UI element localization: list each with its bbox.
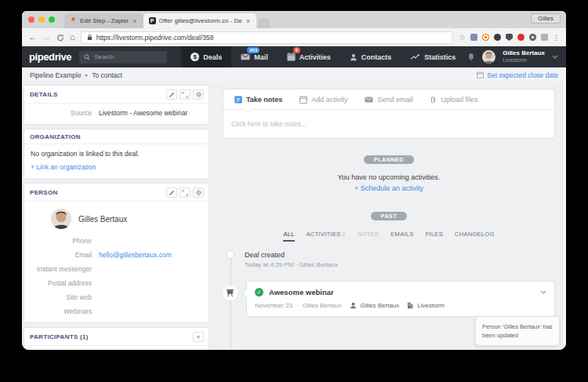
edit-button[interactable] xyxy=(166,187,177,198)
pipedrive-logo[interactable]: pipedrive xyxy=(29,51,71,63)
presentation-icon xyxy=(226,289,234,297)
tab-take-notes[interactable]: Take notes xyxy=(226,89,291,109)
schedule-activity-link[interactable]: + Schedule an activity xyxy=(223,184,555,192)
filter-count: 1 xyxy=(342,231,345,238)
extension-icon[interactable] xyxy=(482,34,489,41)
tab-label: Take notes xyxy=(246,96,282,104)
browser-tab-pipedrive[interactable]: P Offer gilles@livestorm.co - De × xyxy=(143,13,257,28)
person-icon xyxy=(350,302,357,309)
notifications-bell-icon[interactable] xyxy=(467,53,475,61)
activity-card[interactable]: ✓ Awesome webinar November 23 · Gilles B… xyxy=(246,281,555,317)
nav-item-deals[interactable]: $ Deals xyxy=(181,46,231,67)
tab-add-activity[interactable]: Add activity xyxy=(291,89,356,109)
expand-chevron-icon[interactable] xyxy=(540,290,546,294)
field-label: Webinars xyxy=(31,307,92,315)
nav-item-contacts[interactable]: Contacts xyxy=(340,46,401,67)
browser-menu-icon[interactable]: ⋮ xyxy=(553,34,560,42)
settings-button[interactable] xyxy=(193,89,204,100)
filter-notes[interactable]: NOTES xyxy=(358,231,379,242)
collapse-icon xyxy=(182,92,188,98)
extension-icon[interactable] xyxy=(470,34,477,41)
scrollbar[interactable] xyxy=(562,82,566,350)
extension-icon[interactable] xyxy=(541,34,548,41)
card-notch xyxy=(241,289,250,297)
organization-panel: ORGANIZATION No organization is linked t… xyxy=(24,129,209,179)
minimize-window-button[interactable] xyxy=(38,16,45,23)
participants-panel: PARTICIPANTS (1) + Gilles Bertaux View a… xyxy=(24,327,209,350)
past-pill: PAST xyxy=(371,212,408,220)
activity-org-link[interactable]: Livestorm xyxy=(417,302,445,309)
timeline-item-activity: ✓ Awesome webinar November 23 · Gilles B… xyxy=(245,281,555,317)
collapse-icon xyxy=(182,190,188,196)
close-window-button[interactable] xyxy=(28,16,34,23)
add-participant-button[interactable]: + xyxy=(193,332,204,342)
activity-person-link[interactable]: Gilles Bertaux xyxy=(361,302,400,309)
new-tab-button[interactable] xyxy=(258,18,270,28)
person-email-link[interactable]: hello@gillesbertaux.com xyxy=(99,251,172,259)
breadcrumb-stage[interactable]: To contact xyxy=(92,71,122,79)
organization-panel-title: ORGANIZATION xyxy=(30,133,81,140)
filter-activities[interactable]: ACTIVITIES1 xyxy=(307,231,346,242)
field-label: Phone xyxy=(31,237,92,245)
url-text: https://livestorm.pipedrive.com/deal/358 xyxy=(96,34,214,42)
search-input[interactable]: Search xyxy=(79,51,167,64)
details-panel: DETAILS Source Livestorm - Awesome webin… xyxy=(24,85,209,125)
activities-badge: 5 xyxy=(293,47,300,53)
tab-upload-files[interactable]: Upload files xyxy=(421,89,486,109)
timeline: Deal created Today at 4:29 PM · Gilles B… xyxy=(223,251,555,317)
person-panel: PERSON Gilles Bertaux P xyxy=(24,183,209,323)
bookmark-star-icon[interactable]: ☆ xyxy=(459,33,466,42)
set-close-date-link[interactable]: Set expected close date xyxy=(477,71,558,79)
activity-title[interactable]: Awesome webinar xyxy=(269,288,334,297)
done-check-icon[interactable]: ✓ xyxy=(255,288,263,297)
settings-button[interactable] xyxy=(193,187,204,198)
past-filter-tabs: ALL ACTIVITIES1 NOTES EMAILS FILES CHANG… xyxy=(223,231,555,242)
nav-item-mail[interactable]: Mail 203 xyxy=(231,46,278,67)
extension-icon[interactable] xyxy=(517,34,524,41)
browser-extension-icons: ☆ ⋮ xyxy=(459,33,560,42)
edit-button[interactable] xyxy=(166,89,177,100)
browser-addressbar: ← → ⌂ https://livestorm.pipedrive.com/de… xyxy=(22,28,566,46)
extension-gear-icon[interactable] xyxy=(529,34,536,41)
lock-icon xyxy=(87,34,93,41)
filter-files[interactable]: FILES xyxy=(426,231,443,242)
url-field[interactable]: https://livestorm.pipedrive.com/deal/358 xyxy=(81,31,453,44)
search-icon xyxy=(84,54,90,60)
user-menu[interactable]: Gilles Bertaux Livestorm xyxy=(503,50,545,63)
tab-close-icon[interactable]: × xyxy=(132,17,137,25)
extension-icon[interactable] xyxy=(494,34,501,41)
filter-all[interactable]: ALL xyxy=(283,231,294,242)
breadcrumb: Pipeline Example ▸ To contact Set expect… xyxy=(22,67,566,82)
breadcrumb-pipeline[interactable]: Pipeline Example xyxy=(30,71,82,79)
forward-icon[interactable]: → xyxy=(42,33,51,42)
paperclip-icon xyxy=(430,96,437,104)
nav-items: $ Deals Mail 203 Activities 5 Contacts S… xyxy=(181,46,465,67)
nav-item-activities[interactable]: Activities 5 xyxy=(278,46,340,67)
filter-emails[interactable]: EMAILS xyxy=(390,231,413,242)
browser-profile-button[interactable]: Gilles xyxy=(531,13,561,24)
person-name[interactable]: Gilles Bertaux xyxy=(78,215,127,224)
collapse-button[interactable] xyxy=(180,89,191,100)
tab-close-icon[interactable]: × xyxy=(245,17,251,25)
person-panel-title: PERSON xyxy=(30,189,58,196)
reload-icon[interactable] xyxy=(56,34,64,42)
link-organization-link[interactable]: + Link an organization xyxy=(31,163,202,171)
user-name: Gilles Bertaux xyxy=(503,50,545,57)
browser-tab-zapier[interactable]: * Edit Step - Zapier × xyxy=(64,13,143,28)
nav-label: Mail xyxy=(254,53,268,61)
user-avatar[interactable] xyxy=(482,50,495,64)
collapse-button[interactable] xyxy=(180,187,191,198)
extension-shield-icon[interactable] xyxy=(506,34,513,41)
envelope-icon xyxy=(365,96,373,103)
person-avatar[interactable] xyxy=(51,209,71,229)
home-icon[interactable]: ⌂ xyxy=(70,33,75,42)
nav-item-statistics[interactable]: Statistics xyxy=(401,46,465,67)
calendar-icon xyxy=(299,96,307,104)
contacts-icon xyxy=(350,53,358,61)
tab-send-email[interactable]: Send email xyxy=(356,89,421,109)
notes-input[interactable]: Click here to take notes... xyxy=(223,109,554,138)
back-icon[interactable]: ← xyxy=(28,33,37,42)
filter-changelog[interactable]: CHANGELOG xyxy=(455,231,495,242)
zoom-window-button[interactable] xyxy=(49,16,55,23)
zapier-favicon-icon: * xyxy=(70,17,77,24)
